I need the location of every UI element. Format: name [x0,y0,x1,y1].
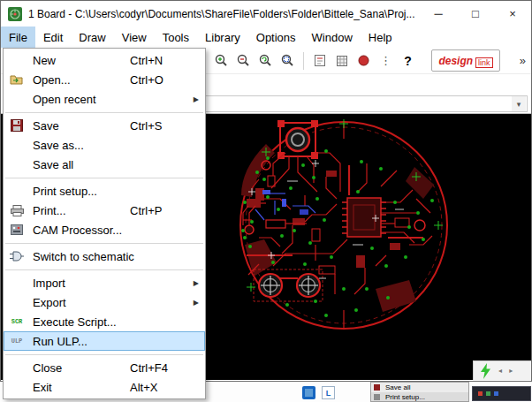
menu-item-shortcut: Ctrl+O [130,73,163,87]
preview-menu-label: Print setup... [385,393,425,401]
preview-menu-label: Save all [385,383,410,391]
thumbnail-color-block [478,391,483,396]
app-icon [8,7,22,21]
menu-item-label: Print... [33,204,66,217]
blank-icon [7,275,27,291]
menubar-item-draw[interactable]: Draw [71,27,113,48]
menu-item-label: Save all [33,158,73,171]
schematic-gate-icon [7,248,27,264]
menubar-item-options[interactable]: Options [248,27,304,48]
zoom-select-button[interactable] [277,49,299,72]
menu-item-run-ulp[interactable]: ULP Run ULP... [4,331,205,351]
help-button[interactable]: ? [397,49,419,72]
menu-item-switch-to-schematic[interactable]: Switch to schematic [4,247,205,266]
zoom-redraw-button[interactable] [255,49,277,72]
menu-item-label: CAM Processor... [33,224,122,237]
titlebar: 1 Board - C:\Users\codyr\Documents\Share… [1,1,531,27]
menu-separator [4,351,205,358]
menu-separator [4,266,205,273]
preview-menu-row: Save all [371,383,468,392]
minimize-button[interactable]: ─ [420,1,457,27]
close-button[interactable]: × [494,1,531,27]
submenu-arrow-icon: ▶ [194,299,199,307]
background-window-thumbnail [472,386,531,401]
menu-item-label: Switch to schematic [33,250,134,263]
taskbar-app-icon[interactable] [302,386,315,399]
blank-icon [7,360,27,375]
info-sheet-icon[interactable] [308,49,331,72]
design-link-sublabel: link [475,57,493,68]
scrollbar-arrows-icon[interactable]: ◂ ▸ [498,367,515,375]
menu-separator [4,239,205,247]
menu-item-label: Save as... [33,139,84,152]
menu-item-label: Print setup... [33,185,97,198]
menu-item-save-all[interactable]: Save all [4,155,205,174]
grid-display-icon[interactable] [331,49,353,72]
open-folder-icon [7,72,27,87]
script-scr-icon: SCR [7,314,27,330]
menu-item-shortcut: Ctrl+N [130,54,163,67]
menu-item-label: Execute Script... [33,315,117,329]
menu-item-close[interactable]: Close Ctrl+F4 [4,358,205,377]
menu-item-save[interactable]: Save Ctrl+S [4,116,205,135]
thumbnail-color-block [494,391,498,396]
menu-item-shortcut: Ctrl+F4 [130,361,168,375]
menu-item-shortcut: Alt+X [130,381,157,394]
menubar-item-file[interactable]: File [1,27,35,48]
menu-item-print[interactable]: Print... Ctrl+P [4,201,205,220]
status-corner: ◂ ▸ [473,360,531,380]
background-window-menu-preview: Save all Print setup... [370,382,469,402]
blank-icon [7,52,27,68]
chevron-down-icon[interactable]: ▾ [512,96,526,111]
menu-item-label: Open... [33,73,71,87]
taskbar-app-icon-inner [305,389,313,397]
menu-item-save-as[interactable]: Save as... [4,135,205,155]
menubar-item-help[interactable]: Help [361,27,400,48]
menu-item-new[interactable]: New Ctrl+N [4,50,205,70]
menu-item-shortcut: Ctrl+S [130,119,162,133]
blank-icon [7,294,27,310]
submenu-arrow-icon: ▶ [194,95,199,103]
menu-item-execute-script[interactable]: SCR Execute Script... [4,312,205,331]
menubar-item-view[interactable]: View [114,27,155,48]
more-tools-icon[interactable]: ⋮ [375,49,397,72]
toolbar-separator [303,52,304,70]
blank-icon [7,137,27,153]
menu-item-export[interactable]: Export ▶ [4,292,205,312]
cam-processor-icon [7,222,27,238]
menubar-item-tools[interactable]: Tools [155,27,197,48]
thumbnail-color-block [486,391,490,396]
menu-item-shortcut: Ctrl+P [130,204,162,217]
submenu-arrow-icon: ▶ [194,279,199,287]
menubar-item-library[interactable]: Library [197,27,248,48]
design-link-button[interactable]: design link [431,49,500,72]
menu-item-label: Save [33,119,59,133]
printer-icon [7,202,27,218]
menubar: File Edit Draw View Tools Library Option… [1,27,531,48]
save-floppy-icon [7,118,27,133]
taskbar-app-icon-2[interactable]: L [322,386,335,399]
menu-item-exit[interactable]: Exit Alt+X [4,377,205,397]
preview-menu-row: Print setup... [371,392,468,402]
menu-item-cam-processor[interactable]: CAM Processor... [4,220,205,239]
menubar-item-edit[interactable]: Edit [35,27,71,48]
menu-item-label: Exit [33,381,52,394]
menu-item-import[interactable]: Import ▶ [4,273,205,292]
stop-icon[interactable] [353,49,375,72]
zoom-in-button[interactable] [210,49,232,72]
zoom-out-button[interactable] [232,49,255,72]
printer-icon [374,394,380,400]
menubar-item-window[interactable]: Window [304,27,361,48]
toolbar-overflow-icon[interactable]: » [520,54,526,67]
menu-item-print-setup[interactable]: Print setup... [4,181,205,201]
menu-item-open[interactable]: Open... Ctrl+O [4,70,205,89]
menu-item-label: New [33,54,56,67]
save-icon [374,384,380,391]
menu-item-open-recent[interactable]: Open recent ▶ [4,89,205,109]
maximize-button[interactable]: □ [457,1,494,27]
menu-item-label: Close [33,361,62,375]
blank-icon [7,156,27,172]
menu-item-label: Import [33,277,65,290]
blank-icon [7,91,27,107]
lightning-bolt-icon [481,363,491,379]
